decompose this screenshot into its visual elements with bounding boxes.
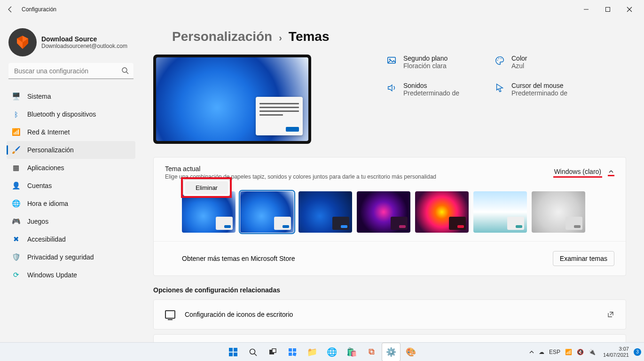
monitor-icon: 🖥️ bbox=[11, 92, 21, 101]
chevron-up-icon bbox=[608, 170, 614, 176]
taskbar-store[interactable]: 🛍️ bbox=[342, 343, 361, 361]
taskbar-search[interactable] bbox=[243, 343, 262, 361]
preview-window bbox=[256, 97, 303, 135]
theme-preview bbox=[153, 55, 311, 144]
svg-rect-10 bbox=[234, 348, 237, 352]
svg-point-8 bbox=[501, 58, 502, 59]
tray-language[interactable]: ESP bbox=[549, 349, 560, 355]
nav-network[interactable]: 📶Red & Internet bbox=[7, 123, 135, 141]
theme-properties: Segundo planoFloración clara ColorAzul S… bbox=[386, 55, 589, 144]
brush-icon: 🖌️ bbox=[11, 145, 21, 155]
titlebar: Configuración bbox=[0, 0, 644, 19]
nav-time[interactable]: 🌐Hora e idioma bbox=[7, 195, 135, 212]
breadcrumb-parent[interactable]: Personalización bbox=[172, 29, 272, 44]
tray-chevron-icon[interactable] bbox=[529, 350, 534, 354]
profile-block[interactable]: Download Source Downloadsourcenet@outloo… bbox=[7, 28, 135, 56]
theme-option-7[interactable] bbox=[532, 191, 585, 233]
taskbar-paint[interactable]: 🎨 bbox=[401, 343, 420, 361]
svg-point-13 bbox=[250, 349, 255, 354]
prop-cursor[interactable]: Cursor del mousePredeterminado de bbox=[495, 82, 589, 97]
svg-point-7 bbox=[498, 58, 499, 59]
taskbar-taskview[interactable] bbox=[263, 343, 282, 361]
nav-privacy[interactable]: 🛡️Privacidad y seguridad bbox=[7, 248, 135, 266]
theme-list: Eliminar bbox=[154, 184, 626, 241]
svg-rect-17 bbox=[289, 348, 292, 352]
prop-background[interactable]: Segundo planoFloración clara bbox=[386, 55, 480, 70]
desktop-icons-label: Configuración de iconos de escritorio bbox=[185, 311, 597, 318]
notification-badge[interactable]: 3 bbox=[634, 348, 641, 356]
svg-rect-18 bbox=[293, 348, 296, 352]
person-icon: 👤 bbox=[11, 181, 21, 190]
nav-accessibility[interactable]: ✖Accesibilidad bbox=[7, 230, 135, 248]
chevron-right-icon: › bbox=[279, 32, 282, 43]
wifi-icon: 📶 bbox=[11, 127, 21, 137]
svg-line-14 bbox=[254, 353, 257, 356]
nav-accounts[interactable]: 👤Cuentas bbox=[7, 177, 135, 195]
search-input[interactable] bbox=[8, 63, 134, 79]
taskbar-widgets[interactable] bbox=[283, 343, 302, 361]
tray-wifi-icon[interactable]: 📶 bbox=[565, 349, 572, 355]
svg-rect-9 bbox=[229, 348, 233, 352]
next-card-peek[interactable] bbox=[153, 334, 626, 342]
prop-sounds[interactable]: SonidosPredeterminado de bbox=[386, 82, 480, 97]
tray-power-icon[interactable]: 🔌 bbox=[589, 349, 596, 355]
nav-bluetooth[interactable]: ᛒBluetooth y dispositivos bbox=[7, 105, 135, 123]
main-panel: Personalización › Temas Segu bbox=[140, 19, 644, 342]
update-icon: ⟳ bbox=[11, 270, 21, 280]
svg-rect-16 bbox=[272, 349, 276, 353]
browse-themes-button[interactable]: Examinar temas bbox=[553, 251, 614, 266]
tray-clock[interactable]: 3:07 14/07/2021 bbox=[603, 346, 629, 358]
desktop-icons-card[interactable]: Configuración de iconos de escritorio bbox=[153, 299, 626, 330]
accessibility-icon: ✖ bbox=[11, 235, 21, 244]
prop-color[interactable]: ColorAzul bbox=[495, 55, 589, 70]
bluetooth-icon: ᛒ bbox=[11, 110, 21, 119]
sound-icon bbox=[386, 83, 397, 93]
nav-gaming[interactable]: 🎮Juegos bbox=[7, 212, 135, 230]
profile-name: Download Source bbox=[41, 35, 127, 43]
current-theme-card: Tema actual Elige una combinación de pap… bbox=[153, 157, 626, 276]
apps-icon: ▦ bbox=[11, 163, 21, 173]
profile-email: Downloadsourcenet@outlook.com bbox=[41, 43, 127, 49]
breadcrumb: Personalización › Temas bbox=[172, 29, 626, 44]
taskbar-explorer[interactable]: 📁 bbox=[303, 343, 322, 361]
svg-rect-12 bbox=[234, 353, 237, 356]
taskbar[interactable]: 📁 🌐 🛍️ ⧉ ⚙️ 🎨 ☁ ESP 📶 🔇 🔌 3:07 14/07/202… bbox=[0, 342, 644, 361]
open-external-icon bbox=[607, 311, 614, 318]
theme-option-1[interactable] bbox=[182, 191, 236, 233]
theme-option-6[interactable] bbox=[473, 191, 527, 233]
theme-option-3[interactable] bbox=[298, 191, 352, 233]
context-delete[interactable]: Eliminar bbox=[185, 181, 228, 194]
card-title: Tema actual bbox=[165, 165, 553, 173]
svg-rect-20 bbox=[292, 352, 297, 356]
minimize-button[interactable] bbox=[575, 2, 597, 17]
start-button[interactable] bbox=[224, 343, 243, 361]
window-title: Configuración bbox=[22, 6, 56, 13]
context-menu[interactable]: Eliminar bbox=[183, 179, 230, 196]
taskbar-settings[interactable]: ⚙️ bbox=[382, 343, 401, 361]
taskbar-edge[interactable]: 🌐 bbox=[322, 343, 341, 361]
nav-system[interactable]: 🖥️Sistema bbox=[7, 87, 135, 105]
svg-rect-19 bbox=[289, 353, 292, 356]
maximize-button[interactable] bbox=[597, 2, 619, 17]
theme-option-5[interactable] bbox=[415, 191, 469, 233]
palette-icon bbox=[495, 55, 505, 66]
back-button[interactable] bbox=[4, 3, 17, 16]
nav-apps[interactable]: ▦Aplicaciones bbox=[7, 159, 135, 177]
tray-volume-icon[interactable]: 🔇 bbox=[577, 349, 584, 355]
breadcrumb-current: Temas bbox=[289, 29, 330, 44]
search-box[interactable] bbox=[8, 63, 134, 79]
close-button[interactable] bbox=[619, 2, 640, 17]
system-tray[interactable]: ☁ ESP 📶 🔇 🔌 3:07 14/07/2021 3 bbox=[529, 346, 641, 358]
tray-onedrive-icon[interactable]: ☁ bbox=[539, 349, 544, 355]
svg-line-3 bbox=[126, 72, 128, 74]
image-icon bbox=[386, 55, 397, 66]
theme-selector-expander[interactable]: Windows (claro) bbox=[553, 165, 614, 178]
theme-option-4[interactable] bbox=[357, 191, 410, 233]
taskbar-office[interactable]: ⧉ bbox=[362, 343, 381, 361]
nav-personalization[interactable]: 🖌️Personalización bbox=[7, 141, 135, 159]
nav-update[interactable]: ⟳Windows Update bbox=[7, 266, 135, 284]
theme-option-2[interactable] bbox=[240, 191, 294, 233]
store-text: Obtener más temas en Microsoft Store bbox=[182, 255, 553, 262]
selected-theme-label: Windows (claro) bbox=[553, 168, 602, 178]
svg-point-6 bbox=[497, 60, 498, 61]
